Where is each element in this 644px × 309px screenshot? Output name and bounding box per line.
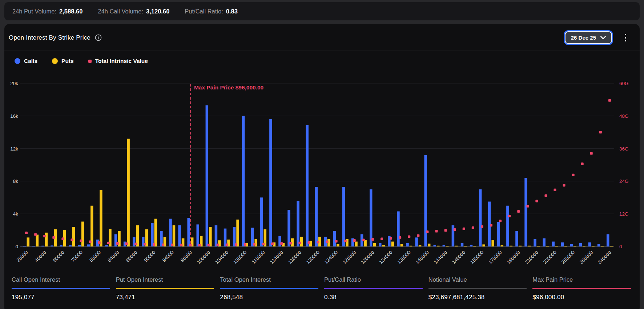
page-title: Open Interest By Strike Price (9, 34, 90, 41)
call-oi-label: Call Open Interest (12, 276, 110, 288)
svg-text:60000: 60000 (52, 250, 65, 263)
put-oi-stat: Put Open Interest 73,471 (116, 276, 214, 301)
svg-text:100000: 100000 (196, 250, 211, 265)
put-volume-label: 24h Put Volume: (12, 8, 56, 15)
call-volume-label: 24h Call Volume: (98, 8, 143, 15)
chevron-down-icon (600, 36, 606, 40)
total-oi-label: Total Open Interest (220, 276, 318, 288)
intrinsic-swatch (88, 60, 92, 63)
svg-text:96000: 96000 (180, 250, 193, 263)
svg-text:140000: 140000 (415, 250, 430, 265)
notional-value: $23,697,681,425.38 (428, 289, 527, 301)
svg-text:104000: 104000 (214, 250, 229, 265)
oi-chart: 004k12G8k24G12k36G16k48G20k60G2000040000… (4, 66, 640, 273)
call-oi-value: 195,077 (12, 289, 110, 301)
put-oi-value: 73,471 (116, 289, 214, 301)
svg-text:134000: 134000 (378, 250, 393, 265)
legend-item-puts[interactable]: Puts (52, 58, 74, 64)
put-call-ratio-value: 0.83 (226, 8, 238, 15)
svg-text:20k: 20k (10, 81, 18, 86)
svg-text:106000: 106000 (232, 250, 247, 265)
svg-text:4k: 4k (13, 211, 19, 217)
chart-legend: Calls Puts Total Intrinsic Value (4, 51, 640, 65)
max-pain-value: $96,000.00 (532, 289, 631, 301)
svg-text:136000: 136000 (396, 250, 411, 265)
svg-text:130000: 130000 (360, 250, 375, 265)
calls-swatch (15, 58, 20, 64)
total-oi-stat: Total Open Interest 268,548 (220, 276, 318, 301)
svg-text:116000: 116000 (287, 250, 302, 265)
svg-text:126000: 126000 (342, 250, 357, 265)
svg-text:150000: 150000 (469, 250, 484, 265)
info-icon[interactable] (95, 34, 102, 41)
svg-text:36G: 36G (619, 146, 629, 152)
svg-text:90000: 90000 (143, 250, 157, 263)
legend-intrinsic-label: Total Intrinsic Value (95, 58, 148, 64)
puts-swatch (52, 58, 58, 64)
svg-text:340000: 340000 (597, 250, 612, 265)
svg-text:70000: 70000 (70, 250, 84, 263)
notional-stat: Notional Value $23,697,681,425.38 (428, 276, 527, 301)
legend-item-calls[interactable]: Calls (15, 58, 37, 64)
svg-text:86000: 86000 (125, 250, 138, 263)
svg-text:110000: 110000 (251, 250, 266, 265)
legend-item-intrinsic[interactable]: Total Intrinsic Value (88, 58, 148, 64)
put-volume-value: 2,588.60 (59, 8, 82, 15)
put-oi-label: Put Open Interest (116, 276, 214, 288)
panel-header: Open Interest By Strike Price 26 Dec 25 (4, 24, 640, 51)
svg-text:170000: 170000 (487, 250, 503, 265)
svg-text:40000: 40000 (34, 250, 47, 263)
svg-text:94000: 94000 (161, 250, 175, 263)
notional-label: Notional Value (428, 276, 527, 288)
svg-text:20000: 20000 (16, 250, 29, 263)
svg-text:120000: 120000 (305, 250, 321, 265)
svg-text:210000: 210000 (524, 250, 539, 265)
svg-text:300000: 300000 (579, 250, 594, 265)
total-oi-value: 268,548 (220, 289, 318, 301)
legend-calls-label: Calls (24, 58, 37, 64)
svg-text:124000: 124000 (323, 250, 339, 265)
open-interest-panel: Open Interest By Strike Price 26 Dec 25 … (4, 24, 640, 309)
svg-text:48G: 48G (619, 113, 629, 119)
put-call-ratio-label: Put/Call Ratio: (185, 8, 223, 15)
put-volume-stat: 24h Put Volume: 2,588.60 (12, 8, 82, 15)
kebab-menu-icon[interactable] (621, 32, 630, 43)
ratio-value: 0.38 (324, 289, 423, 301)
svg-text:12G: 12G (619, 211, 629, 217)
ratio-label: Put/Call Ratio (324, 276, 423, 288)
expiry-date-selector[interactable]: 26 Dec 25 (565, 31, 612, 44)
svg-text:16k: 16k (10, 113, 18, 119)
put-call-ratio-stat: Put/Call Ratio: 0.83 (185, 8, 238, 15)
call-volume-value: 3,120.60 (146, 8, 169, 15)
expiry-date-label: 26 Dec 25 (571, 35, 596, 41)
svg-text:0: 0 (15, 244, 18, 249)
svg-text:Max Pain Price $96,000.00: Max Pain Price $96,000.00 (194, 84, 263, 91)
call-oi-stat: Call Open Interest 195,077 (12, 276, 110, 301)
svg-text:144000: 144000 (433, 250, 448, 265)
svg-text:114000: 114000 (269, 250, 284, 265)
svg-text:84000: 84000 (106, 250, 120, 263)
svg-text:80000: 80000 (88, 250, 102, 263)
svg-text:60G: 60G (619, 81, 629, 86)
svg-text:230000: 230000 (542, 250, 558, 265)
summary-stats-row: Call Open Interest 195,077 Put Open Inte… (12, 276, 631, 301)
call-volume-stat: 24h Call Volume: 3,120.60 (98, 8, 169, 15)
max-pain-label: Max Pain Price (532, 276, 631, 288)
top-stats-bar: 24h Put Volume: 2,588.60 24h Call Volume… (4, 2, 640, 20)
ratio-stat: Put/Call Ratio 0.38 (324, 276, 423, 301)
svg-text:24G: 24G (619, 178, 629, 184)
svg-text:12k: 12k (10, 146, 18, 152)
legend-puts-label: Puts (61, 58, 74, 64)
svg-text:146000: 146000 (451, 250, 466, 265)
svg-text:260000: 260000 (560, 250, 576, 265)
svg-text:8k: 8k (13, 178, 19, 184)
svg-text:0: 0 (619, 244, 622, 249)
svg-text:190000: 190000 (506, 250, 521, 265)
max-pain-stat: Max Pain Price $96,000.00 (532, 276, 631, 301)
